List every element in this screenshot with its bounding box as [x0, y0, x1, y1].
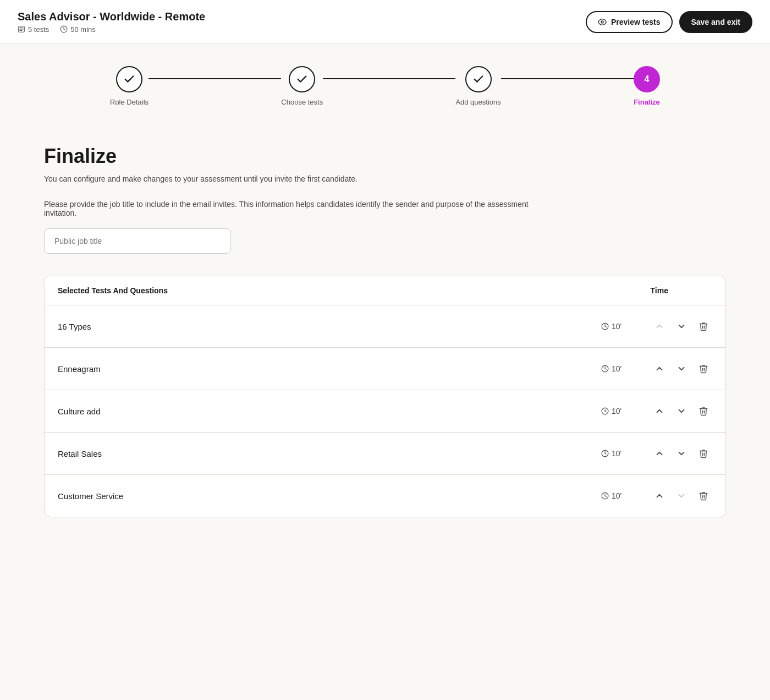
preview-tests-label: Preview tests	[611, 18, 661, 26]
step-line-3	[501, 78, 634, 79]
row-up-button-4[interactable]	[651, 487, 668, 505]
trash-icon	[698, 364, 708, 374]
col-header-name: Selected Tests And Questions	[58, 286, 651, 295]
document-icon	[18, 25, 25, 33]
chevron-up-icon	[654, 364, 664, 374]
row-name-2: Culture add	[58, 407, 601, 416]
header: Sales Advisor - Worldwide - Remote 5 tes…	[0, 0, 770, 44]
trash-icon	[698, 406, 708, 416]
row-actions-0	[651, 318, 712, 335]
step-choose-tests: Choose tests	[281, 66, 323, 106]
duration-label: 50 mins	[70, 25, 96, 34]
clock-icon-row1	[601, 365, 609, 373]
step-4-circle: 4	[634, 66, 660, 92]
row-time-4: 10'	[601, 491, 634, 500]
header-actions: Preview tests Save and exit	[586, 11, 752, 33]
step-4-label: Finalize	[634, 98, 660, 106]
check-icon-3	[472, 73, 485, 85]
save-exit-button[interactable]: Save and exit	[679, 11, 753, 33]
svg-point-5	[601, 21, 603, 23]
row-time-val-2: 10'	[612, 407, 622, 415]
table-row: Customer Service 10'	[45, 475, 725, 517]
check-icon-2	[296, 73, 308, 85]
row-actions-1	[651, 360, 712, 378]
main-content: Finalize You can configure and make chan…	[0, 123, 770, 539]
row-time-val-0: 10'	[612, 322, 622, 331]
row-time-3: 10'	[601, 449, 634, 458]
row-actions-4	[651, 487, 712, 505]
row-time-1: 10'	[601, 364, 634, 373]
row-up-button-0[interactable]	[651, 318, 668, 335]
col-header-time: Time	[651, 286, 668, 295]
step-line-2	[323, 78, 455, 79]
finalize-instruction: Please provide the job title to include …	[44, 200, 539, 217]
row-delete-button-2[interactable]	[695, 402, 712, 420]
step-4-number: 4	[645, 74, 650, 84]
tests-count-label: 5 tests	[28, 25, 49, 34]
stepper: Role Details Choose tests Add questions	[110, 66, 660, 106]
chevron-down-icon	[676, 449, 686, 458]
finalize-subtitle: You can configure and make changes to yo…	[44, 174, 726, 183]
tests-table: Selected Tests And Questions Time 16 Typ…	[44, 276, 726, 517]
table-row: Culture add 10'	[45, 390, 725, 433]
row-up-button-2[interactable]	[651, 402, 668, 420]
finalize-heading: Finalize	[44, 145, 726, 168]
table-row: Retail Sales 10'	[45, 433, 725, 475]
step-3-label: Add questions	[455, 98, 501, 106]
header-left: Sales Advisor - Worldwide - Remote 5 tes…	[18, 10, 205, 34]
row-delete-button-0[interactable]	[695, 318, 712, 335]
step-role-details: Role Details	[110, 66, 148, 106]
clock-icon	[60, 25, 68, 33]
row-time-0: 10'	[601, 322, 634, 331]
row-delete-button-3[interactable]	[695, 445, 712, 462]
row-down-button-1[interactable]	[673, 360, 690, 378]
row-name-0: 16 Types	[58, 322, 601, 331]
chevron-down-icon	[676, 406, 686, 416]
row-delete-button-4[interactable]	[695, 487, 712, 505]
page-title: Sales Advisor - Worldwide - Remote	[18, 10, 205, 23]
eye-icon	[598, 18, 607, 26]
job-title-input[interactable]	[44, 228, 231, 254]
row-name-1: Enneagram	[58, 364, 601, 374]
tests-count-item: 5 tests	[18, 25, 49, 34]
stepper-container: Role Details Choose tests Add questions	[0, 44, 770, 123]
preview-tests-button[interactable]: Preview tests	[586, 11, 673, 33]
clock-icon-row3	[601, 450, 609, 457]
clock-icon-row0	[601, 322, 609, 330]
step-1-circle	[116, 66, 142, 92]
chevron-down-icon	[676, 491, 686, 501]
table-header: Selected Tests And Questions Time	[45, 276, 725, 305]
step-add-questions: Add questions	[455, 66, 501, 106]
save-exit-label: Save and exit	[691, 18, 741, 26]
row-down-button-4[interactable]	[673, 487, 690, 505]
row-down-button-3[interactable]	[673, 445, 690, 462]
step-3-circle	[465, 66, 492, 92]
row-time-2: 10'	[601, 407, 634, 415]
row-time-val-4: 10'	[612, 491, 622, 500]
step-finalize: 4 Finalize	[634, 66, 660, 106]
trash-icon	[698, 321, 708, 331]
duration-item: 50 mins	[60, 25, 96, 34]
row-actions-3	[651, 445, 712, 462]
step-2-label: Choose tests	[281, 98, 323, 106]
chevron-up-icon	[654, 406, 664, 416]
chevron-up-icon	[654, 491, 664, 501]
step-line-1	[148, 78, 281, 79]
table-row: Enneagram 10'	[45, 348, 725, 390]
row-up-button-1[interactable]	[651, 360, 668, 378]
row-name-3: Retail Sales	[58, 449, 601, 458]
row-time-val-1: 10'	[612, 364, 622, 373]
row-actions-2	[651, 402, 712, 420]
row-down-button-0[interactable]	[673, 318, 690, 335]
row-time-val-3: 10'	[612, 449, 622, 458]
clock-icon-row2	[601, 407, 609, 415]
chevron-up-icon	[654, 321, 664, 331]
step-1-label: Role Details	[110, 98, 148, 106]
table-row: 16 Types 10'	[45, 305, 725, 348]
trash-icon	[698, 449, 708, 458]
row-delete-button-1[interactable]	[695, 360, 712, 378]
row-up-button-3[interactable]	[651, 445, 668, 462]
row-down-button-2[interactable]	[673, 402, 690, 420]
chevron-down-icon	[676, 364, 686, 374]
chevron-up-icon	[654, 449, 664, 458]
